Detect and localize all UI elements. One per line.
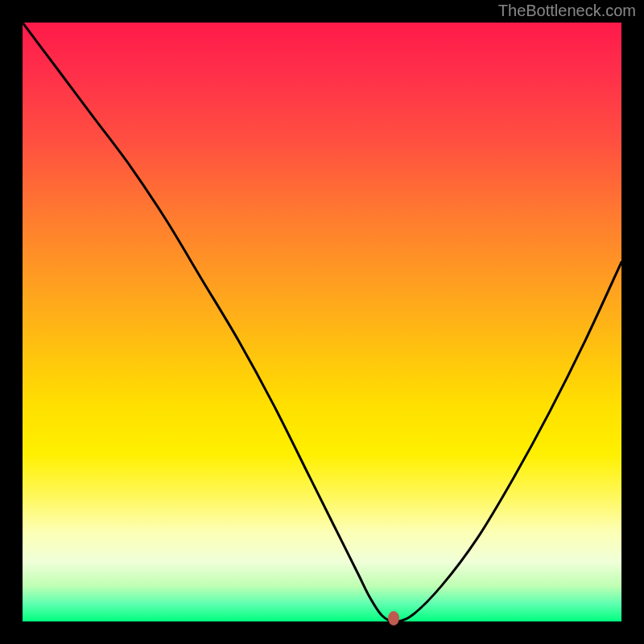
bottleneck-curve (23, 23, 621, 621)
chart-plot-area (23, 23, 621, 621)
optimal-point-marker (388, 611, 399, 625)
watermark-text: TheBottleneck.com (498, 2, 636, 20)
